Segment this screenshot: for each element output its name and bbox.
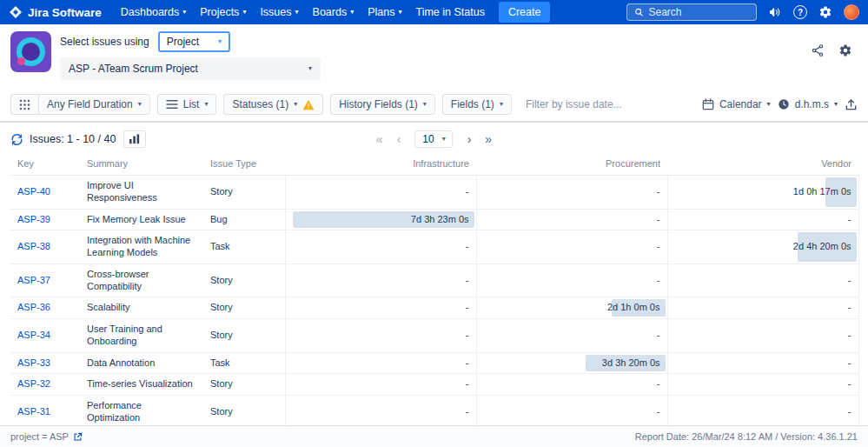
vendor-duration-cell: -	[667, 209, 858, 230]
column-header-infrastructure[interactable]: Infrastructure	[285, 154, 476, 176]
column-header-issue-type[interactable]: Issue Type	[203, 154, 285, 176]
table-row[interactable]: ASP-38 Integration with Machine Learning…	[10, 230, 858, 264]
table-row[interactable]: ASP-32 Time-series Visualization Story -…	[10, 374, 858, 396]
table-row[interactable]: ASP-36 Scalability Story - 2d 1h 0m 0s -	[10, 297, 858, 319]
help-icon[interactable]: ?	[793, 5, 807, 19]
issue-type-cell: Story	[203, 396, 285, 426]
issue-key-cell: ASP-32	[10, 374, 80, 396]
user-avatar[interactable]	[844, 4, 859, 20]
chevron-down-icon: ▾	[398, 9, 401, 16]
issue-key-cell: ASP-39	[10, 209, 80, 230]
issue-source-controls: Select issues using Project ▾ ASP - ATea…	[60, 31, 321, 80]
nav-plans[interactable]: Plans▾	[361, 0, 408, 24]
issue-date-filter-input[interactable]	[519, 95, 695, 114]
create-button[interactable]: Create	[499, 2, 551, 23]
issue-key-link[interactable]: ASP-34	[17, 330, 50, 340]
chart-view-button[interactable]	[123, 130, 146, 148]
app-settings-gear-icon[interactable]	[838, 43, 852, 57]
issue-key-link[interactable]: ASP-37	[17, 275, 50, 285]
issue-key-link[interactable]: ASP-40	[17, 186, 50, 197]
project-select[interactable]: ASP - ATeam Scrum Project ▾	[60, 57, 321, 80]
jira-brand[interactable]: Jira Software	[9, 5, 102, 19]
time-in-status-app-icon	[10, 31, 51, 72]
view-mode-dropdown[interactable]: List ▾	[157, 94, 217, 115]
history-fields-dropdown[interactable]: History Fields (1) ▾	[330, 94, 435, 115]
chevron-down-icon: ▾	[834, 101, 838, 108]
table-row[interactable]: ASP-40 Improve UI Responsiveness Story -…	[10, 176, 858, 210]
column-header-key[interactable]: Key	[10, 154, 80, 176]
procurement-duration-cell: -	[476, 230, 667, 264]
calendar-dropdown[interactable]: Calendar ▾	[702, 98, 771, 110]
statuses-dropdown[interactable]: Statuses (1) ▾	[223, 94, 323, 115]
infrastructure-duration-cell: -	[285, 319, 476, 353]
report-toolbar: Any Field Duration ▾ List ▾ Statuses (1)…	[0, 88, 868, 123]
issue-key-link[interactable]: ASP-36	[17, 302, 50, 312]
select-issues-label: Select issues using	[60, 36, 149, 48]
issue-summary-cell: Integration with Machine Learning Models	[80, 230, 203, 264]
jql-filter-text: project = ASP	[10, 431, 69, 442]
vendor-duration-cell: -	[667, 297, 858, 319]
nav-dashboards[interactable]: Dashboards▾	[114, 0, 193, 24]
issue-key-link[interactable]: ASP-39	[17, 214, 50, 224]
issue-summary-cell: User Training and Onboarding	[80, 319, 203, 353]
column-header-procurement[interactable]: Procurement	[476, 154, 667, 176]
infrastructure-duration-cell: -	[285, 374, 476, 396]
fields-dropdown[interactable]: Fields (1) ▾	[442, 94, 512, 115]
table-row[interactable]: ASP-34 User Training and Onboarding Stor…	[10, 319, 858, 353]
nav-issues[interactable]: Issues▾	[253, 0, 305, 24]
issue-key-link[interactable]: ASP-38	[17, 241, 50, 251]
nav-boards[interactable]: Boards▾	[306, 0, 361, 24]
issue-type-cell: Story	[203, 297, 285, 319]
issue-summary-cell: Improve UI Responsiveness	[80, 176, 203, 210]
calendar-icon	[702, 98, 714, 110]
prev-page-button[interactable]: ‹	[397, 132, 401, 146]
chevron-down-icon: ▾	[204, 101, 208, 108]
table-row[interactable]: ASP-33 Data Annotation Task - 3d 3h 20m …	[10, 352, 858, 374]
column-header-vendor[interactable]: Vendor	[667, 154, 858, 176]
issues-count-label: Issues: 1 - 10 / 40	[30, 133, 116, 145]
issue-summary-cell: Time-series Visualization	[80, 374, 203, 396]
issue-key-link[interactable]: ASP-31	[17, 406, 50, 417]
issues-table-body: ASP-40 Improve UI Responsiveness Story -…	[10, 176, 858, 426]
brand-label: Jira Software	[28, 6, 102, 19]
infrastructure-duration-cell: -	[285, 352, 476, 374]
table-row[interactable]: ASP-39 Fix Memory Leak Issue Bug 7d 3h 2…	[10, 209, 858, 230]
next-page-button[interactable]: ›	[467, 132, 472, 146]
issue-key-link[interactable]: ASP-33	[17, 357, 50, 368]
infrastructure-duration-cell: -	[285, 264, 476, 297]
chevron-down-icon: ▾	[242, 9, 246, 16]
duration-type-dropdown[interactable]: Any Field Duration ▾	[39, 95, 149, 114]
export-button[interactable]	[845, 98, 858, 111]
refresh-icon[interactable]	[10, 133, 23, 146]
grid-icon	[19, 99, 30, 110]
share-icon[interactable]	[811, 43, 825, 57]
settings-gear-icon[interactable]	[818, 4, 833, 20]
chevron-down-icon: ▾	[294, 101, 297, 108]
nav-projects[interactable]: Projects▾	[193, 0, 253, 24]
warning-icon	[302, 99, 315, 110]
chevron-down-icon: ▾	[423, 101, 427, 108]
duration-format-dropdown[interactable]: d.h.m.s ▾	[778, 98, 838, 110]
global-search[interactable]	[626, 3, 757, 21]
issue-summary-cell: Scalability	[80, 297, 203, 319]
last-page-button[interactable]: »	[485, 132, 492, 146]
top-navigation-bar: Jira Software Dashboards▾ Projects▾ Issu…	[0, 0, 868, 24]
infrastructure-duration-cell: -	[285, 297, 476, 319]
table-row[interactable]: ASP-37 Cross-browser Compatibility Story…	[10, 264, 858, 297]
chevron-down-icon: ▾	[295, 9, 299, 16]
list-icon	[166, 99, 178, 110]
app-icon-dot	[17, 57, 25, 65]
nav-time-in-status[interactable]: Time in Status	[408, 0, 491, 24]
grid-view-button[interactable]	[11, 95, 38, 114]
column-header-summary[interactable]: Summary	[80, 154, 203, 176]
table-row[interactable]: ASP-31 Performance Optimization Story - …	[10, 396, 858, 426]
page-size-select[interactable]: 10 ▾	[414, 130, 453, 148]
jql-filter-link[interactable]: project = ASP	[10, 431, 83, 442]
search-input[interactable]	[649, 6, 750, 18]
procurement-duration-cell: -	[476, 396, 667, 426]
issue-source-mode-select[interactable]: Project ▾	[158, 31, 230, 52]
issue-key-link[interactable]: ASP-32	[17, 378, 50, 389]
announcements-icon[interactable]	[767, 4, 783, 20]
jira-logo-icon	[9, 5, 23, 19]
first-page-button[interactable]: «	[376, 132, 383, 146]
